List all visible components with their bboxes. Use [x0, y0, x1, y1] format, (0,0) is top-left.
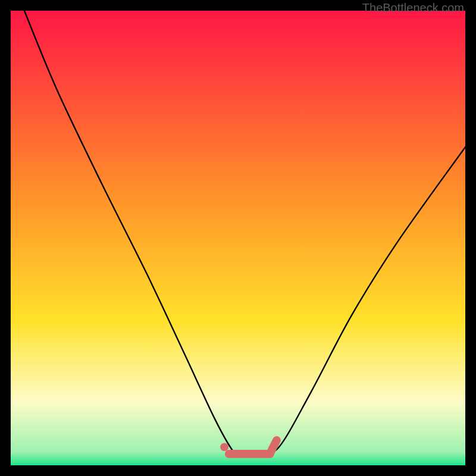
bottleneck-chart — [11, 11, 465, 465]
gradient-background — [11, 11, 465, 465]
watermark-label: TheBottleneck.com — [362, 1, 464, 15]
plot-area — [11, 11, 465, 465]
valley-left-dot — [220, 443, 228, 452]
